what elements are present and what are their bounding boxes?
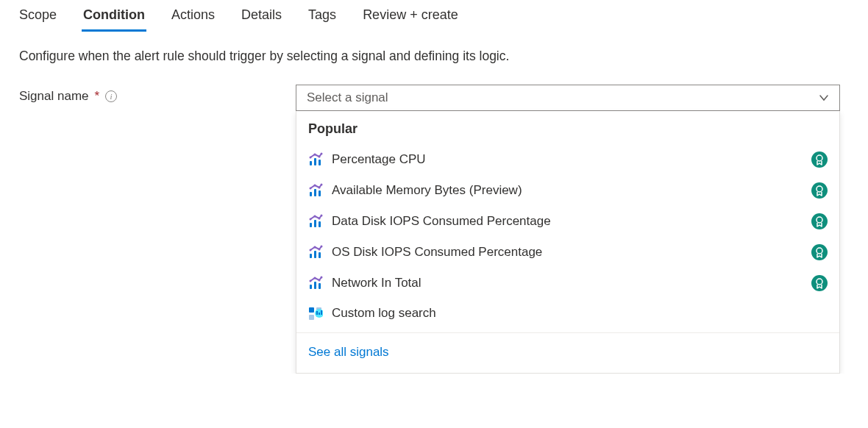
signal-item-label: Available Memory Bytes (Preview) [332,183,522,198]
signal-item-custom-log-search[interactable]: Custom log search [296,299,839,328]
metric-icon [308,152,323,167]
metric-icon [308,245,323,260]
signal-name-label: Signal name * i [19,85,296,104]
signal-item-label: OS Disk IOPS Consumed Percentage [332,245,542,260]
tab-actions[interactable]: Actions [171,7,215,30]
recommended-badge-icon [811,244,828,260]
signal-dropdown: Popular Percentage CPU Available Memory … [296,111,840,374]
tab-tags[interactable]: Tags [308,7,336,30]
signal-item-available-memory-bytes[interactable]: Available Memory Bytes (Preview) [296,175,839,206]
recommended-badge-icon [811,275,828,291]
tab-review-create[interactable]: Review + create [363,7,458,30]
tab-bar: Scope Condition Actions Details Tags Rev… [0,0,868,31]
signal-item-network-in-total[interactable]: Network In Total [296,268,839,299]
signal-item-os-disk-iops[interactable]: OS Disk IOPS Consumed Percentage [296,237,839,268]
metric-icon [308,183,323,198]
signal-item-data-disk-iops[interactable]: Data Disk IOPS Consumed Percentage [296,206,839,237]
metric-icon [308,214,323,229]
signal-item-label: Network In Total [332,276,421,290]
signal-item-label: Data Disk IOPS Consumed Percentage [332,214,551,229]
required-indicator: * [95,89,100,104]
signal-item-label: Percentage CPU [332,152,426,167]
signal-select[interactable]: Select a signal [296,85,840,111]
tab-scope[interactable]: Scope [19,7,57,30]
description-text: Configure when the alert rule should tri… [0,31,868,85]
recommended-badge-icon [811,213,828,229]
log-search-icon [308,306,323,321]
info-icon[interactable]: i [105,90,117,102]
signal-item-label: Custom log search [332,306,436,321]
signal-item-percentage-cpu[interactable]: Percentage CPU [296,144,839,175]
tab-details[interactable]: Details [241,7,282,30]
metric-icon [308,276,323,290]
tab-condition[interactable]: Condition [83,7,145,30]
signal-select-placeholder: Select a signal [307,90,388,105]
chevron-down-icon [819,93,829,103]
see-all-signals-link[interactable]: See all signals [296,333,839,373]
recommended-badge-icon [811,182,828,199]
dropdown-section-header: Popular [296,111,839,144]
signal-name-label-text: Signal name [19,89,89,104]
recommended-badge-icon [811,151,828,168]
